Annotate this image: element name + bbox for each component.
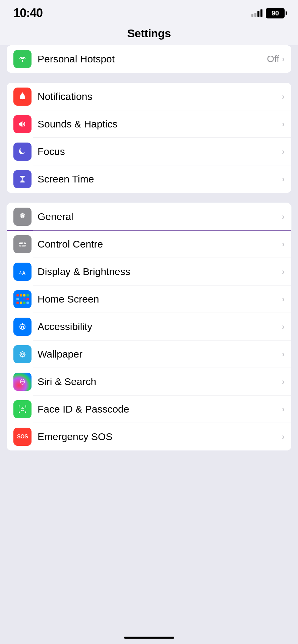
gear-svg bbox=[17, 212, 27, 222]
signal-bar-1 bbox=[251, 14, 253, 17]
svg-point-0 bbox=[22, 60, 23, 62]
svg-point-6 bbox=[23, 243, 24, 244]
siri-search-chevron: › bbox=[282, 377, 285, 386]
sos-icon: SOS bbox=[13, 428, 32, 446]
bell-icon bbox=[13, 88, 32, 106]
hotspot-icon bbox=[13, 50, 32, 68]
faceid-svg bbox=[17, 404, 27, 414]
settings-item-emergency-sos[interactable]: SOS Emergency SOS › bbox=[7, 423, 291, 450]
notifications-chevron: › bbox=[282, 92, 285, 101]
face-id-chevron: › bbox=[282, 405, 285, 414]
wallpaper-label: Wallpaper bbox=[38, 348, 282, 360]
siri-search-label: Siri & Search bbox=[38, 376, 282, 387]
sos-text-label: SOS bbox=[17, 434, 28, 440]
general-chevron: › bbox=[282, 212, 285, 221]
face-id-label: Face ID & Passcode bbox=[38, 404, 282, 415]
status-time: 10:40 bbox=[13, 6, 43, 20]
toggle-icon bbox=[13, 235, 32, 253]
svg-text:A: A bbox=[19, 271, 22, 275]
settings-item-screen-time[interactable]: Screen Time › bbox=[7, 165, 291, 193]
settings-item-sounds-haptics[interactable]: Sounds & Haptics › bbox=[7, 110, 291, 138]
hourglass-icon bbox=[13, 170, 32, 188]
svg-rect-7 bbox=[19, 245, 26, 247]
wallpaper-chevron: › bbox=[282, 350, 285, 359]
hourglass-svg bbox=[17, 174, 27, 184]
faceid-icon bbox=[13, 400, 32, 418]
siri-svg bbox=[17, 377, 27, 387]
settings-item-control-centre[interactable]: Control Centre › bbox=[7, 230, 291, 258]
settings-item-home-screen[interactable]: Home Screen › bbox=[7, 285, 291, 313]
hotspot-svg bbox=[17, 54, 27, 64]
settings-group-notifications: Notifications › Sounds & Haptics › F bbox=[7, 83, 291, 193]
wallpaper-icon bbox=[13, 345, 32, 363]
home-screen-chevron: › bbox=[282, 294, 285, 304]
status-icons: 90 bbox=[251, 8, 285, 18]
sounds-haptics-chevron: › bbox=[282, 119, 285, 129]
sound-icon bbox=[13, 115, 32, 133]
signal-bar-4 bbox=[260, 9, 262, 17]
settings-item-siri-search[interactable]: Siri & Search › bbox=[7, 368, 291, 395]
display-brightness-chevron: › bbox=[282, 267, 285, 276]
personal-hotspot-chevron: › bbox=[282, 54, 285, 64]
settings-content: Personal Hotspot Off › Notifications › bbox=[0, 45, 298, 450]
display-brightness-label: Display & Brightness bbox=[38, 266, 282, 277]
battery-icon: 90 bbox=[266, 8, 285, 18]
screen-time-label: Screen Time bbox=[38, 173, 282, 185]
svg-point-1 bbox=[22, 93, 23, 94]
siri-icon bbox=[13, 373, 32, 391]
signal-bar-3 bbox=[257, 11, 259, 17]
homescreen-grid bbox=[16, 294, 28, 304]
settings-item-accessibility[interactable]: Accessibility › bbox=[7, 313, 291, 340]
screen-time-chevron: › bbox=[282, 174, 285, 184]
aa-icon: A A bbox=[13, 263, 32, 281]
svg-rect-3 bbox=[20, 181, 25, 182]
control-centre-chevron: › bbox=[282, 239, 285, 249]
settings-group-general: General › Control Centre › A A bbox=[7, 203, 291, 450]
control-centre-label: Control Centre bbox=[38, 238, 282, 250]
home-bar bbox=[124, 637, 174, 639]
page-title: Settings bbox=[0, 23, 298, 45]
toggle-svg bbox=[17, 239, 27, 249]
aa-svg: A A bbox=[17, 267, 27, 277]
battery-container: 90 bbox=[266, 8, 285, 18]
general-label: General bbox=[38, 211, 282, 222]
personal-hotspot-label: Personal Hotspot bbox=[38, 53, 267, 65]
accessibility-icon bbox=[13, 318, 32, 336]
settings-item-wallpaper[interactable]: Wallpaper › bbox=[7, 340, 291, 368]
svg-point-17 bbox=[23, 408, 24, 409]
wallpaper-svg bbox=[17, 349, 27, 359]
emergency-sos-label: Emergency SOS bbox=[38, 431, 282, 442]
accessibility-svg bbox=[17, 322, 27, 332]
settings-item-personal-hotspot[interactable]: Personal Hotspot Off › bbox=[7, 45, 291, 73]
settings-item-notifications[interactable]: Notifications › bbox=[7, 83, 291, 110]
signal-bar-2 bbox=[254, 13, 256, 17]
settings-group-top: Personal Hotspot Off › bbox=[7, 45, 291, 73]
svg-point-16 bbox=[21, 408, 22, 409]
sound-svg bbox=[17, 119, 27, 129]
signal-bars-icon bbox=[251, 9, 262, 17]
homescreen-icon bbox=[13, 290, 32, 308]
accessibility-label: Accessibility bbox=[38, 321, 282, 332]
svg-rect-2 bbox=[20, 176, 25, 177]
settings-item-focus[interactable]: Focus › bbox=[7, 138, 291, 165]
settings-item-face-id[interactable]: Face ID & Passcode › bbox=[7, 395, 291, 423]
status-bar: 10:40 90 bbox=[0, 0, 298, 23]
focus-chevron: › bbox=[282, 147, 285, 156]
svg-text:A: A bbox=[22, 270, 25, 276]
home-screen-label: Home Screen bbox=[38, 293, 282, 305]
svg-point-8 bbox=[21, 245, 22, 247]
bell-svg bbox=[17, 92, 27, 102]
svg-point-14 bbox=[21, 353, 23, 355]
svg-rect-5 bbox=[19, 243, 26, 244]
focus-label: Focus bbox=[38, 146, 282, 157]
settings-item-general[interactable]: General › bbox=[7, 203, 291, 230]
notifications-label: Notifications bbox=[38, 91, 282, 102]
moon-svg bbox=[17, 147, 27, 157]
moon-icon bbox=[13, 143, 32, 161]
emergency-sos-chevron: › bbox=[282, 432, 285, 441]
sounds-haptics-label: Sounds & Haptics bbox=[38, 118, 282, 130]
accessibility-chevron: › bbox=[282, 322, 285, 331]
settings-item-display-brightness[interactable]: A A Display & Brightness › bbox=[7, 258, 291, 285]
personal-hotspot-value: Off bbox=[267, 54, 279, 64]
gear-icon bbox=[13, 208, 32, 226]
